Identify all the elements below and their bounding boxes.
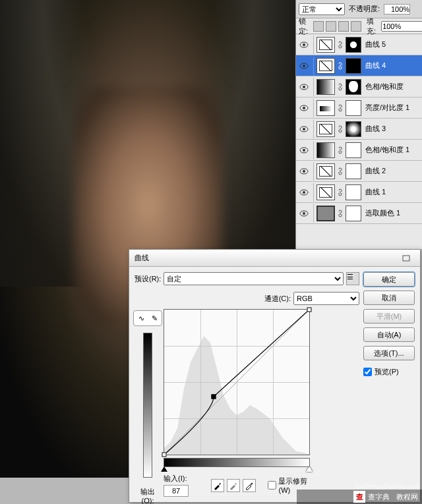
dialog-titlebar[interactable]: 曲线 bbox=[129, 250, 420, 267]
link-icon bbox=[338, 167, 343, 175]
layer-row[interactable]: 曲线 4 bbox=[296, 55, 422, 76]
white-dropper-icon[interactable] bbox=[243, 479, 256, 492]
preview-checkbox[interactable]: 预览(P) bbox=[363, 367, 415, 377]
pencil-tool-icon[interactable]: ✎ bbox=[148, 312, 160, 324]
blend-mode-select[interactable]: 正常 bbox=[299, 3, 345, 15]
visibility-icon[interactable] bbox=[297, 144, 311, 157]
auto-button[interactable]: 自动(A) bbox=[363, 327, 415, 342]
lock-image-icon[interactable] bbox=[326, 21, 336, 32]
visibility-icon[interactable] bbox=[297, 101, 311, 115]
layer-thumb[interactable] bbox=[316, 79, 335, 95]
lock-row: 锁定: 填充: bbox=[296, 18, 422, 34]
layer-thumb[interactable] bbox=[316, 206, 335, 221]
layer-thumb[interactable] bbox=[316, 142, 335, 158]
layer-name: 色相/饱和度 1 bbox=[364, 145, 421, 155]
layer-row[interactable]: 选取颜色 1 bbox=[296, 203, 422, 224]
opacity-label: 不透明度: bbox=[349, 4, 380, 14]
link-icon bbox=[338, 188, 343, 196]
visibility-icon[interactable] bbox=[297, 165, 311, 178]
link-icon bbox=[338, 146, 343, 154]
layer-row[interactable]: 色相/饱和度 1 bbox=[296, 140, 422, 161]
preset-select[interactable]: 自定 bbox=[164, 272, 344, 285]
preset-menu-icon[interactable]: ☰ bbox=[346, 272, 359, 285]
layer-mask-thumb[interactable] bbox=[346, 184, 361, 200]
input-label: 输入(I): bbox=[164, 474, 187, 482]
svg-line-19 bbox=[164, 310, 309, 455]
layer-name: 曲线 2 bbox=[364, 166, 421, 176]
layer-mask-thumb[interactable] bbox=[346, 121, 361, 137]
layers-header: 正常 不透明度: bbox=[296, 0, 422, 18]
white-point-slider[interactable] bbox=[306, 466, 313, 472]
link-icon bbox=[338, 125, 343, 133]
visibility-icon[interactable] bbox=[297, 207, 311, 220]
layer-thumb[interactable] bbox=[316, 100, 335, 116]
fill-input[interactable] bbox=[381, 21, 422, 32]
visibility-icon[interactable] bbox=[297, 80, 311, 94]
link-icon bbox=[338, 104, 343, 112]
black-dropper-icon[interactable] bbox=[211, 479, 224, 492]
options-button[interactable]: 选项(T)... bbox=[363, 346, 415, 360]
layer-name: 选取颜色 1 bbox=[364, 208, 421, 218]
input-gradient bbox=[164, 458, 310, 467]
layer-thumb[interactable] bbox=[316, 58, 335, 74]
layer-thumb[interactable] bbox=[316, 163, 335, 179]
layer-mask-thumb[interactable] bbox=[346, 100, 361, 116]
ok-button[interactable]: 确定 bbox=[363, 272, 415, 287]
svg-point-9 bbox=[303, 128, 305, 130]
input-input[interactable] bbox=[164, 485, 189, 497]
smooth-button: 平滑(M) bbox=[363, 309, 415, 323]
svg-rect-18 bbox=[403, 256, 409, 261]
channel-select[interactable]: RGB bbox=[293, 292, 359, 305]
link-icon bbox=[338, 210, 343, 217]
layer-mask-thumb[interactable] bbox=[346, 58, 361, 74]
layer-row[interactable]: 曲线 5 bbox=[296, 34, 422, 55]
layer-name: 亮度/对比度 1 bbox=[364, 103, 421, 113]
curves-dialog: 曲线 预设(R): 自定 ☰ 通道(C): RGB ∿ ✎ bbox=[129, 249, 421, 503]
point-tool-icon[interactable]: ∿ bbox=[135, 312, 147, 324]
gray-dropper-icon[interactable] bbox=[227, 479, 240, 492]
cancel-button[interactable]: 取消 bbox=[363, 291, 415, 305]
curve-graph[interactable] bbox=[164, 309, 310, 455]
dialog-title-text: 曲线 bbox=[135, 253, 149, 263]
svg-point-17 bbox=[303, 212, 305, 215]
svg-point-5 bbox=[303, 86, 305, 88]
preset-label: 预设(R): bbox=[135, 274, 161, 284]
layer-list: 曲线 5 曲线 4 色相/饱和度 亮度/对比度 1 bbox=[296, 34, 422, 249]
visibility-icon[interactable] bbox=[297, 38, 311, 51]
svg-point-13 bbox=[303, 170, 305, 173]
visibility-icon[interactable] bbox=[297, 186, 311, 199]
layer-name: 色相/饱和度 bbox=[364, 82, 421, 92]
layer-row[interactable]: 曲线 1 bbox=[296, 182, 422, 203]
svg-point-1 bbox=[303, 43, 305, 46]
curve-tool-group: ∿ ✎ bbox=[133, 310, 162, 326]
close-button[interactable] bbox=[398, 252, 415, 264]
curve-point-selected[interactable] bbox=[211, 395, 216, 399]
layer-thumb[interactable] bbox=[316, 184, 335, 200]
layer-mask-thumb[interactable] bbox=[346, 206, 361, 221]
layer-mask-thumb[interactable] bbox=[346, 37, 361, 53]
lock-position-icon[interactable] bbox=[338, 21, 349, 32]
layer-row[interactable]: 亮度/对比度 1 bbox=[296, 98, 422, 119]
opacity-input[interactable] bbox=[384, 4, 410, 14]
lock-label: 锁定: bbox=[299, 16, 308, 36]
layers-panel: 正常 不透明度: 锁定: 填充: 曲线 5 曲线 4 bbox=[295, 0, 422, 249]
layer-row[interactable]: 色相/饱和度 bbox=[296, 76, 422, 98]
black-point-slider[interactable] bbox=[161, 466, 167, 472]
watermark-logo: 查 bbox=[353, 491, 365, 503]
layer-thumb[interactable] bbox=[316, 37, 335, 53]
layer-mask-thumb[interactable] bbox=[346, 163, 361, 179]
svg-point-3 bbox=[303, 65, 305, 67]
layer-mask-thumb[interactable] bbox=[346, 142, 361, 158]
layer-thumb[interactable] bbox=[316, 121, 335, 137]
output-label: 输出(O): bbox=[135, 487, 161, 504]
curve-point[interactable] bbox=[307, 308, 312, 312]
visibility-icon[interactable] bbox=[297, 59, 311, 72]
lock-all-icon[interactable] bbox=[351, 21, 361, 32]
layer-row[interactable]: 曲线 3 bbox=[296, 119, 422, 140]
layer-mask-thumb[interactable] bbox=[346, 79, 361, 95]
curve-point[interactable] bbox=[162, 453, 167, 457]
visibility-icon[interactable] bbox=[297, 123, 311, 136]
layer-row[interactable]: 曲线 2 bbox=[296, 161, 422, 182]
lock-transparency-icon[interactable] bbox=[313, 21, 324, 32]
layer-name: 曲线 4 bbox=[364, 61, 421, 70]
